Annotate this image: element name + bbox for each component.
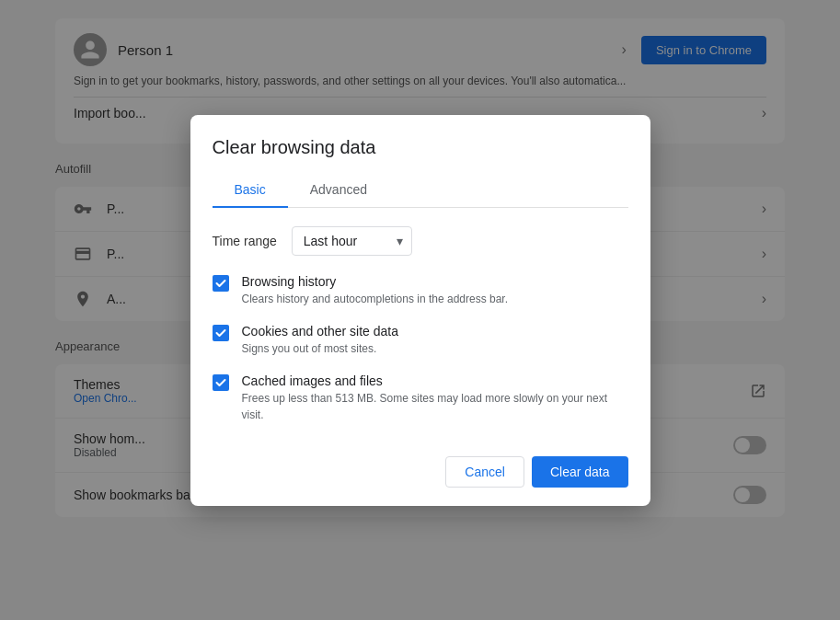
time-range-row: Time range Last hour Last 24 hours Last … xyxy=(213,226,628,256)
browsing-history-checkbox[interactable] xyxy=(213,275,229,292)
clear-data-button[interactable]: Clear data xyxy=(532,456,628,488)
cookies-checkbox[interactable] xyxy=(213,325,229,341)
browsing-history-desc: Clears history and autocompletions in th… xyxy=(242,291,509,307)
cookies-item: Cookies and other site data Signs you ou… xyxy=(213,324,628,357)
dialog-tabs: Basic Advanced xyxy=(213,173,628,208)
cached-images-item: Cached images and files Frees up less th… xyxy=(213,373,628,423)
cookies-text: Cookies and other site data Signs you ou… xyxy=(242,324,398,357)
cached-images-checkbox[interactable] xyxy=(213,374,229,391)
clear-browsing-dialog: Clear browsing data Basic Advanced Time … xyxy=(190,115,650,506)
dialog-header: Clear browsing data Basic Advanced xyxy=(190,115,650,208)
tab-basic[interactable]: Basic xyxy=(213,173,288,208)
cookies-title: Cookies and other site data xyxy=(242,324,398,339)
time-range-select-wrapper: Last hour Last 24 hours Last 7 days Last… xyxy=(292,226,412,256)
modal-overlay: Clear browsing data Basic Advanced Time … xyxy=(0,0,840,620)
dialog-body: Time range Last hour Last 24 hours Last … xyxy=(190,208,650,442)
time-range-select[interactable]: Last hour Last 24 hours Last 7 days Last… xyxy=(292,226,412,256)
time-range-label: Time range xyxy=(213,234,277,248)
browsing-history-title: Browsing history xyxy=(242,274,509,289)
cancel-button[interactable]: Cancel xyxy=(445,456,524,488)
dialog-title: Clear browsing data xyxy=(213,137,628,158)
browsing-history-text: Browsing history Clears history and auto… xyxy=(242,274,509,307)
cached-images-desc: Frees up less than 513 MB. Some sites ma… xyxy=(242,390,628,423)
browsing-history-item: Browsing history Clears history and auto… xyxy=(213,274,628,307)
cookies-desc: Signs you out of most sites. xyxy=(242,340,398,357)
cached-images-title: Cached images and files xyxy=(242,373,628,388)
dialog-footer: Cancel Clear data xyxy=(190,442,650,506)
tab-advanced[interactable]: Advanced xyxy=(288,173,389,208)
cached-images-text: Cached images and files Frees up less th… xyxy=(242,373,628,423)
